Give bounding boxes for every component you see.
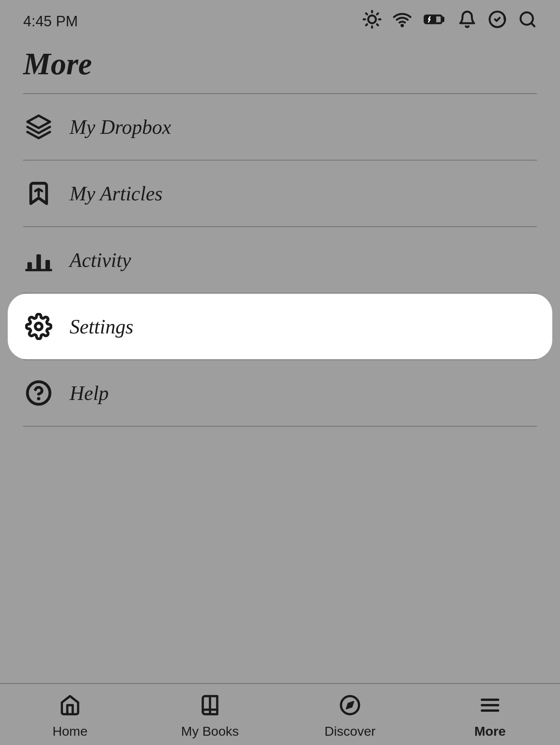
search-icon[interactable] — [518, 10, 537, 33]
activity-icon — [23, 244, 54, 275]
settings-label: Settings — [70, 315, 133, 338]
home-icon — [59, 694, 81, 721]
help-label: Help — [70, 382, 109, 405]
wifi-icon — [393, 10, 411, 33]
status-bar: 4:45 PM — [0, 0, 560, 39]
divider-5 — [23, 426, 537, 427]
discover-label: Discover — [324, 724, 376, 739]
help-icon — [23, 378, 54, 408]
menu-item-dropbox[interactable]: My Dropbox — [0, 94, 560, 160]
menu-item-help[interactable]: Help — [0, 360, 560, 426]
svg-line-7 — [366, 24, 367, 25]
nav-item-mybooks[interactable]: My Books — [140, 690, 280, 739]
status-icons — [363, 10, 537, 33]
svg-line-3 — [366, 13, 367, 14]
books-icon — [199, 694, 221, 721]
svg-point-0 — [368, 15, 376, 23]
svg-rect-17 — [36, 254, 41, 270]
svg-rect-11 — [425, 16, 436, 22]
nav-item-more[interactable]: More — [420, 690, 560, 739]
brightness-icon — [363, 10, 381, 33]
svg-rect-16 — [46, 260, 50, 270]
nav-item-home[interactable]: Home — [0, 690, 140, 739]
nav-item-discover[interactable]: Discover — [280, 690, 420, 739]
home-label: Home — [53, 724, 88, 739]
battery-icon — [423, 10, 446, 33]
more-icon — [479, 694, 501, 721]
page-title: More — [0, 39, 560, 93]
menu-item-activity[interactable]: Activity — [0, 227, 560, 293]
settings-icon — [23, 311, 54, 342]
dropbox-icon — [23, 111, 54, 142]
menu-item-settings[interactable]: Settings — [8, 294, 552, 359]
dropbox-label: My Dropbox — [70, 116, 171, 138]
bottom-nav: Home My Books Discover — [0, 683, 560, 745]
notification-icon — [458, 10, 476, 33]
articles-label: My Articles — [70, 182, 162, 205]
time-display: 4:45 PM — [23, 13, 78, 30]
svg-line-4 — [377, 24, 378, 25]
svg-point-9 — [401, 25, 403, 26]
sync-icon — [488, 10, 507, 33]
mybooks-label: My Books — [181, 724, 239, 739]
menu-list: My Dropbox My Articles Activity — [0, 94, 560, 427]
activity-label: Activity — [70, 249, 131, 272]
menu-item-articles[interactable]: My Articles — [0, 161, 560, 226]
svg-point-20 — [35, 323, 42, 330]
articles-icon — [23, 178, 54, 209]
svg-marker-25 — [346, 701, 354, 709]
svg-line-8 — [377, 13, 378, 14]
svg-rect-18 — [27, 262, 32, 270]
discover-icon — [339, 694, 361, 721]
svg-line-14 — [531, 23, 534, 26]
more-label: More — [474, 724, 505, 739]
